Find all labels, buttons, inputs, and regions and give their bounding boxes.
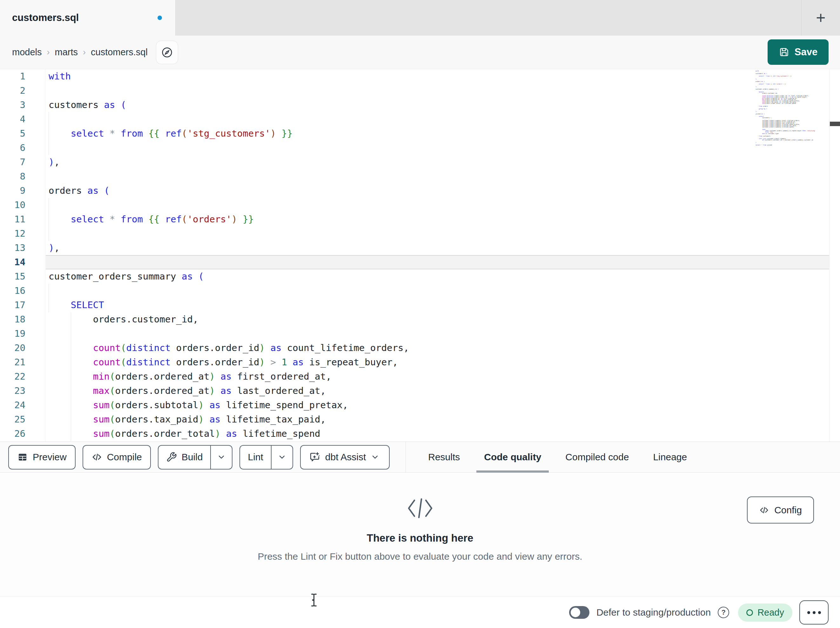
chevron-down-icon [217, 452, 226, 462]
tab-code-quality[interactable]: Code quality [484, 441, 541, 473]
line-number: 13 [0, 241, 25, 255]
tab-results[interactable]: Results [428, 441, 460, 473]
code-line[interactable]: sum(orders.order_total) as lifetime_spen… [46, 427, 829, 441]
text-cursor-pointer [309, 593, 318, 607]
code-line[interactable] [46, 255, 829, 269]
code-line[interactable]: customer_orders_summary as ( [46, 269, 829, 284]
line-number: 21 [0, 355, 25, 369]
code-line[interactable]: orders as ( [46, 183, 829, 198]
code-line[interactable]: select * from {{ ref('stg_customers') }} [46, 127, 829, 141]
code-line[interactable] [46, 198, 829, 212]
breadcrumb-item-models[interactable]: models [12, 47, 42, 57]
line-number: 17 [0, 298, 25, 312]
code-line[interactable] [46, 169, 829, 183]
line-number: 1 [0, 69, 25, 84]
code-area[interactable]: withcustomers as ( select * from {{ ref(… [46, 69, 829, 441]
line-number: 9 [0, 183, 25, 198]
line-number: 5 [0, 127, 25, 141]
lint-button[interactable]: Lint [240, 446, 271, 469]
code-line[interactable]: count(distinct orders.order_id) > 1 as i… [46, 355, 829, 369]
line-number: 7 [0, 155, 25, 169]
code-line[interactable]: SELECT [46, 298, 829, 312]
breadcrumb-separator: › [47, 47, 50, 57]
line-number: 12 [0, 226, 25, 241]
ready-circle-icon [746, 609, 753, 616]
code-quality-panel: There is nothing here Press the Lint or … [0, 473, 840, 596]
line-number: 16 [0, 284, 25, 298]
help-icon[interactable]: ? [718, 607, 729, 618]
new-tab-button[interactable]: + [816, 9, 826, 26]
code-line[interactable] [46, 112, 829, 127]
save-label: Save [794, 46, 818, 58]
code-line[interactable] [46, 84, 829, 98]
more-options-button[interactable] [799, 600, 829, 625]
code-brackets-icon [406, 498, 434, 519]
code-line[interactable]: with [46, 69, 829, 84]
line-number: 24 [0, 398, 25, 412]
defer-toggle[interactable] [569, 606, 589, 619]
file-tab-customers-sql[interactable]: customers.sql [0, 0, 175, 36]
breadcrumb-item-customers-sql: customers.sql [91, 47, 148, 57]
config-button[interactable]: Config [747, 497, 814, 524]
tab-lineage[interactable]: Lineage [653, 441, 687, 473]
empty-state-subtitle: Press the Lint or Fix button above to ev… [257, 551, 582, 562]
build-button[interactable]: Build [158, 446, 210, 469]
build-dropdown-button[interactable] [210, 446, 232, 469]
line-number: 15 [0, 269, 25, 284]
code-line[interactable]: select * from {{ ref('orders') }} [46, 212, 829, 226]
code-line[interactable]: count(distinct orders.order_id) as count… [46, 341, 829, 355]
code-line[interactable]: orders.customer_id, [46, 312, 829, 327]
breadcrumb-row: models › marts › customers.sql Save [0, 36, 840, 69]
line-number: 22 [0, 369, 25, 384]
line-number: 6 [0, 141, 25, 155]
preview-button[interactable]: Preview [8, 445, 76, 470]
line-number: 3 [0, 98, 25, 112]
code-line[interactable]: ), [46, 155, 829, 169]
code-icon [92, 452, 102, 462]
toggle-knob [571, 607, 580, 617]
code-line[interactable] [46, 141, 829, 155]
status-badge: Ready [738, 604, 793, 622]
line-number: 10 [0, 198, 25, 212]
compile-button[interactable]: Compile [82, 445, 151, 470]
code-line[interactable] [46, 327, 829, 341]
chevron-down-icon [371, 452, 379, 462]
ellipsis-icon [807, 611, 810, 614]
ready-label: Ready [758, 607, 784, 618]
line-number: 18 [0, 312, 25, 327]
tab-results-label: Results [428, 452, 460, 462]
explore-lineage-button[interactable] [156, 41, 178, 64]
line-number: 8 [0, 169, 25, 183]
breadcrumb-item-marts[interactable]: marts [55, 47, 78, 57]
toolbar-divider [406, 442, 406, 472]
line-number: 4 [0, 112, 25, 127]
save-button[interactable]: Save [767, 40, 829, 65]
code-line[interactable] [46, 226, 829, 241]
panel-tabs: Results Code quality Compiled code Linea… [428, 441, 687, 473]
code-line[interactable]: sum(orders.subtotal) as lifetime_spend_p… [46, 398, 829, 412]
code-line[interactable]: ), [46, 241, 829, 255]
code-line[interactable] [46, 284, 829, 298]
code-line[interactable]: min(orders.ordered_at) as first_ordered_… [46, 369, 829, 384]
code-line[interactable]: max(orders.ordered_at) as last_ordered_a… [46, 384, 829, 398]
lint-dropdown-button[interactable] [271, 446, 292, 469]
scrollbar-thumb[interactable] [830, 122, 840, 126]
file-tab-title: customers.sql [12, 12, 79, 24]
editor-scrollbar[interactable] [829, 69, 840, 441]
build-label: Build [182, 452, 203, 462]
editor-action-row: Preview Compile Build [0, 441, 840, 473]
preview-label: Preview [33, 452, 67, 462]
lint-button-group: Lint [240, 445, 293, 470]
new-tab-area: + [801, 0, 840, 36]
code-editor[interactable]: 1234567891011121314151617181920212223242… [0, 69, 840, 441]
dbt-assist-button[interactable]: dbt Assist [300, 445, 390, 470]
code-line[interactable]: sum(orders.tax_paid) as lifetime_tax_pai… [46, 412, 829, 427]
empty-state: There is nothing here Press the Lint or … [0, 498, 840, 562]
tab-compiled-code[interactable]: Compiled code [565, 441, 629, 473]
minimap[interactable]: withcustomers as ( select * from {{ ref(… [756, 71, 829, 146]
empty-state-title: There is nothing here [367, 532, 474, 544]
code-line[interactable]: customers as ( [46, 98, 829, 112]
dbt-cloud-ide: customers.sql + models › marts › custome… [0, 0, 840, 628]
dbt-assist-label: dbt Assist [325, 452, 366, 462]
editor-tabbar: customers.sql + [0, 0, 840, 36]
